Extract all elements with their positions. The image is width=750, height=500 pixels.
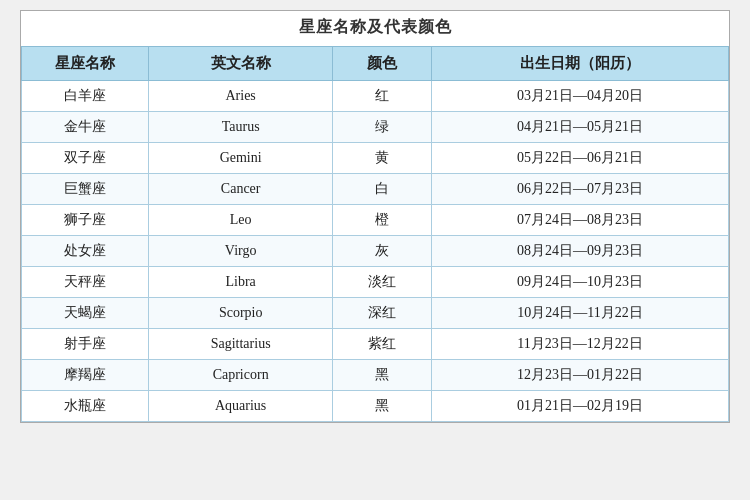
cell-color: 黑 [333, 360, 432, 391]
cell-english-name: Taurus [149, 112, 333, 143]
cell-color: 橙 [333, 205, 432, 236]
table-row: 巨蟹座Cancer白06月22日—07月23日 [22, 174, 729, 205]
cell-color: 红 [333, 81, 432, 112]
cell-english-name: Leo [149, 205, 333, 236]
cell-english-name: Capricorn [149, 360, 333, 391]
header-color: 颜色 [333, 47, 432, 81]
cell-color: 淡红 [333, 267, 432, 298]
cell-chinese-name: 金牛座 [22, 112, 149, 143]
cell-english-name: Virgo [149, 236, 333, 267]
cell-color: 黄 [333, 143, 432, 174]
cell-chinese-name: 狮子座 [22, 205, 149, 236]
cell-color: 紫红 [333, 329, 432, 360]
cell-chinese-name: 白羊座 [22, 81, 149, 112]
cell-english-name: Scorpio [149, 298, 333, 329]
cell-birthdate: 09月24日—10月23日 [432, 267, 729, 298]
cell-birthdate: 06月22日—07月23日 [432, 174, 729, 205]
cell-birthdate: 11月23日—12月22日 [432, 329, 729, 360]
table-row: 摩羯座Capricorn黑12月23日—01月22日 [22, 360, 729, 391]
table-row: 水瓶座Aquarius黑01月21日—02月19日 [22, 391, 729, 422]
table-row: 处女座Virgo灰08月24日—09月23日 [22, 236, 729, 267]
cell-chinese-name: 处女座 [22, 236, 149, 267]
cell-birthdate: 10月24日—11月22日 [432, 298, 729, 329]
cell-chinese-name: 水瓶座 [22, 391, 149, 422]
cell-english-name: Aquarius [149, 391, 333, 422]
cell-birthdate: 05月22日—06月21日 [432, 143, 729, 174]
cell-chinese-name: 天秤座 [22, 267, 149, 298]
cell-birthdate: 03月21日—04月20日 [432, 81, 729, 112]
cell-chinese-name: 射手座 [22, 329, 149, 360]
cell-english-name: Libra [149, 267, 333, 298]
cell-color: 黑 [333, 391, 432, 422]
table-row: 射手座Sagittarius紫红11月23日—12月22日 [22, 329, 729, 360]
cell-english-name: Cancer [149, 174, 333, 205]
cell-color: 白 [333, 174, 432, 205]
cell-english-name: Sagittarius [149, 329, 333, 360]
table-row: 天秤座Libra淡红09月24日—10月23日 [22, 267, 729, 298]
cell-color: 深红 [333, 298, 432, 329]
main-container: 星座名称及代表颜色 星座名称 英文名称 颜色 出生日期（阳历） 白羊座Aries… [20, 10, 730, 423]
cell-birthdate: 04月21日—05月21日 [432, 112, 729, 143]
cell-chinese-name: 天蝎座 [22, 298, 149, 329]
header-birthdate: 出生日期（阳历） [432, 47, 729, 81]
cell-birthdate: 07月24日—08月23日 [432, 205, 729, 236]
cell-chinese-name: 双子座 [22, 143, 149, 174]
zodiac-table: 星座名称 英文名称 颜色 出生日期（阳历） 白羊座Aries红03月21日—04… [21, 46, 729, 422]
table-header-row: 星座名称 英文名称 颜色 出生日期（阳历） [22, 47, 729, 81]
cell-color: 绿 [333, 112, 432, 143]
table-row: 狮子座Leo橙07月24日—08月23日 [22, 205, 729, 236]
table-body: 白羊座Aries红03月21日—04月20日金牛座Taurus绿04月21日—0… [22, 81, 729, 422]
table-row: 白羊座Aries红03月21日—04月20日 [22, 81, 729, 112]
cell-chinese-name: 巨蟹座 [22, 174, 149, 205]
table-row: 天蝎座Scorpio深红10月24日—11月22日 [22, 298, 729, 329]
header-chinese-name: 星座名称 [22, 47, 149, 81]
table-row: 金牛座Taurus绿04月21日—05月21日 [22, 112, 729, 143]
header-english-name: 英文名称 [149, 47, 333, 81]
cell-chinese-name: 摩羯座 [22, 360, 149, 391]
cell-english-name: Aries [149, 81, 333, 112]
table-row: 双子座Gemini黄05月22日—06月21日 [22, 143, 729, 174]
cell-birthdate: 01月21日—02月19日 [432, 391, 729, 422]
cell-color: 灰 [333, 236, 432, 267]
cell-english-name: Gemini [149, 143, 333, 174]
cell-birthdate: 08月24日—09月23日 [432, 236, 729, 267]
page-title: 星座名称及代表颜色 [21, 11, 729, 46]
cell-birthdate: 12月23日—01月22日 [432, 360, 729, 391]
